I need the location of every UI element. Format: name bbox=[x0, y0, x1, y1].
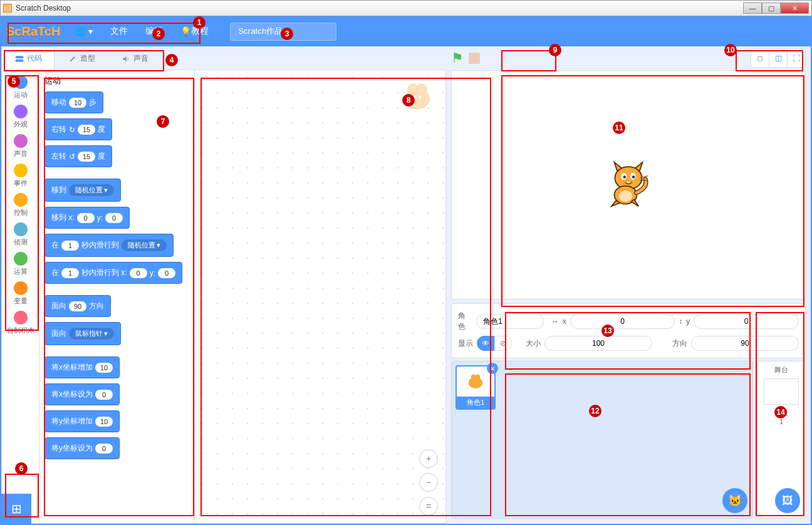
code-icon bbox=[14, 54, 24, 64]
block-change-x[interactable]: 将x坐标增加10 bbox=[44, 356, 120, 378]
stage-fullscreen-button[interactable]: ⛶ bbox=[787, 49, 806, 68]
brush-icon bbox=[68, 54, 78, 64]
zoom-out-button[interactable]: − bbox=[419, 473, 438, 492]
menubar: ScRaTcH 🌐 ▾ 文件 编辑 💡 教程 bbox=[0, 16, 812, 46]
tab-costumes[interactable]: 造型 bbox=[55, 46, 108, 70]
sprite-name-input[interactable] bbox=[476, 314, 543, 329]
sprite-y-label: y bbox=[686, 317, 690, 326]
zoom-in-button[interactable]: + bbox=[419, 449, 438, 468]
x-arrow-icon: ↔ bbox=[551, 317, 559, 326]
block-change-y[interactable]: 将y坐标增加10 bbox=[44, 410, 120, 432]
show-label: 显示 bbox=[458, 338, 473, 349]
block-move-steps[interactable]: 移动10步 bbox=[44, 91, 103, 113]
svg-point-5 bbox=[414, 96, 416, 98]
show-sprite-button[interactable]: 👁 bbox=[477, 336, 494, 351]
category-运算[interactable]: 运算 bbox=[2, 249, 39, 279]
add-backdrop-button[interactable]: 🖼 bbox=[775, 488, 800, 513]
tab-costumes-label: 造型 bbox=[80, 53, 95, 64]
category-外观[interactable]: 外观 bbox=[2, 102, 39, 132]
add-sprite-button[interactable]: 🐱 bbox=[722, 488, 747, 513]
tutorials-menu[interactable]: 💡 教程 bbox=[172, 16, 217, 46]
stage-large-button[interactable]: ◫ bbox=[769, 49, 788, 68]
sprite-y-input[interactable] bbox=[694, 314, 799, 329]
svg-rect-1 bbox=[15, 59, 23, 61]
block-set-y[interactable]: 将y坐标设为0 bbox=[44, 437, 120, 459]
sprite-x-label: x bbox=[563, 317, 566, 326]
window-title: Scratch Desktop bbox=[16, 4, 71, 13]
sprite-x-input[interactable] bbox=[570, 314, 675, 329]
stage[interactable] bbox=[451, 70, 806, 299]
sprite-pane[interactable]: ✕ 角色1 🐱 bbox=[451, 361, 753, 519]
editor-tabs: 代码 造型 声音 bbox=[1, 46, 446, 70]
category-控制[interactable]: 控制 bbox=[2, 190, 39, 220]
tab-code[interactable]: 代码 bbox=[1, 46, 55, 70]
language-menu[interactable]: 🌐 ▾ bbox=[66, 16, 102, 46]
sprite-info-panel: 角色 ↔ x ↕ y 显示 👁 ⊘ 大小 方向 bbox=[451, 303, 806, 358]
block-set-x[interactable]: 将x坐标设为0 bbox=[44, 383, 120, 405]
close-button[interactable]: ✕ bbox=[781, 3, 809, 14]
sound-icon bbox=[121, 54, 131, 64]
svg-point-9 bbox=[623, 175, 626, 179]
sprite-item[interactable]: ✕ 角色1 bbox=[455, 365, 496, 410]
block-turn-left[interactable]: 左转 ↺ 15度 bbox=[44, 145, 112, 167]
svg-point-13 bbox=[619, 190, 633, 202]
svg-point-11 bbox=[632, 175, 635, 179]
stage-small-button[interactable]: ◻ bbox=[751, 49, 769, 68]
stage-title: 舞台 bbox=[774, 365, 788, 375]
file-menu[interactable]: 文件 bbox=[102, 16, 137, 46]
block-palette[interactable]: 运动 移动10步 右转 ↻ 15度 左转 ↺ 15度 移到随机位置 移到 x:0… bbox=[39, 70, 195, 523]
maximize-button[interactable]: ▢ bbox=[762, 3, 781, 14]
svg-rect-0 bbox=[15, 56, 23, 58]
sprite-direction-input[interactable] bbox=[691, 336, 799, 351]
edit-menu[interactable]: 编辑 bbox=[137, 16, 172, 46]
titlebar: Scratch Desktop — ▢ ✕ bbox=[0, 0, 812, 16]
zoom-reset-button[interactable]: = bbox=[419, 497, 438, 516]
stage-pane[interactable]: 舞台 背景 1 🖼 bbox=[757, 361, 806, 519]
category-事件[interactable]: 事件 bbox=[2, 161, 39, 190]
category-声音[interactable]: 声音 bbox=[2, 132, 39, 161]
block-goto[interactable]: 移到随机位置 bbox=[44, 179, 121, 202]
sprite-name-label: 角色 bbox=[458, 311, 472, 332]
sprite-watermark bbox=[395, 75, 439, 122]
stage-thumbnail[interactable] bbox=[764, 378, 799, 405]
category-column: 运动外观声音事件控制侦测运算变量自制积木 bbox=[2, 70, 39, 523]
block-goto-xy[interactable]: 移到 x:0y:0 bbox=[44, 207, 130, 229]
delete-sprite-button[interactable]: ✕ bbox=[487, 363, 498, 374]
add-extension-button[interactable]: ⊞ bbox=[1, 494, 31, 524]
sprite-size-input[interactable] bbox=[544, 336, 652, 351]
scratch-logo[interactable]: ScRaTcH bbox=[6, 24, 60, 39]
block-turn-right[interactable]: 右转 ↻ 15度 bbox=[44, 118, 112, 140]
block-point-direction[interactable]: 面向90方向 bbox=[44, 295, 111, 317]
svg-point-4 bbox=[417, 84, 427, 95]
category-自制积木[interactable]: 自制积木 bbox=[2, 308, 39, 338]
minimize-button[interactable]: — bbox=[743, 3, 762, 14]
sprite-item-name: 角色1 bbox=[457, 397, 494, 408]
stop-button[interactable] bbox=[469, 53, 480, 64]
block-point-towards[interactable]: 面向鼠标指针 bbox=[44, 322, 121, 345]
sprite-cat[interactable] bbox=[600, 157, 657, 213]
tab-sounds[interactable]: 声音 bbox=[108, 46, 161, 70]
category-变量[interactable]: 变量 bbox=[2, 279, 39, 308]
tab-code-label: 代码 bbox=[27, 53, 42, 64]
tab-sounds-label: 声音 bbox=[133, 53, 148, 64]
block-glide-xy[interactable]: 在1秒内滑行到 x:0y:0 bbox=[44, 262, 182, 284]
svg-point-18 bbox=[475, 375, 480, 380]
svg-point-16 bbox=[469, 377, 482, 388]
svg-point-6 bbox=[419, 96, 421, 98]
app-icon bbox=[3, 4, 12, 13]
block-glide-to[interactable]: 在1秒内滑行到随机位置 bbox=[44, 234, 174, 257]
backdrops-count: 1 bbox=[779, 418, 783, 425]
stage-header: ⚑ ◻ ◫ ⛶ bbox=[446, 46, 811, 70]
y-arrow-icon: ↕ bbox=[679, 317, 682, 326]
direction-label: 方向 bbox=[672, 338, 687, 349]
project-title-input[interactable] bbox=[230, 23, 336, 41]
backdrops-label: 背景 bbox=[774, 408, 788, 418]
hide-sprite-button[interactable]: ⊘ bbox=[494, 336, 512, 351]
green-flag-button[interactable]: ⚑ bbox=[451, 50, 464, 66]
script-area[interactable]: + − = bbox=[195, 70, 445, 523]
category-运动[interactable]: 运动 bbox=[2, 73, 39, 102]
tutorials-label: 教程 bbox=[191, 26, 209, 37]
size-label: 大小 bbox=[526, 338, 541, 349]
category-侦测[interactable]: 侦测 bbox=[2, 220, 39, 249]
palette-category-header: 运动 bbox=[44, 75, 189, 86]
